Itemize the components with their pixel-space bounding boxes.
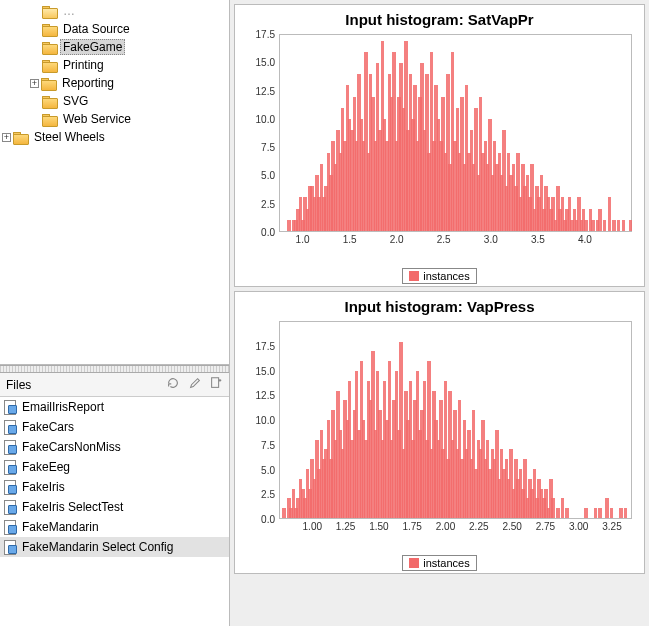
tree-item[interactable]: Web Service [0,110,229,128]
file-label: FakeCarsNonMiss [22,440,121,454]
histogram-bar [591,220,595,231]
folder-icon [41,77,56,89]
split-handle[interactable] [0,365,229,373]
histogram-chart: Input histogram: VapPress0.02.55.07.510.… [234,291,645,574]
files-list[interactable]: EmailIrisReportFakeCarsFakeCarsNonMissFa… [0,397,229,626]
y-tick-label: 5.0 [261,170,275,181]
histogram-bar [584,508,588,518]
chart-title: Input histogram: SatVapPr [239,11,640,28]
x-tick-label: 3.25 [602,521,621,532]
file-item[interactable]: FakeMandarin Select Config [0,537,229,557]
x-tick-label: 2.75 [536,521,555,532]
folder-icon [42,59,57,71]
histogram-bar [598,508,602,518]
file-label: FakeIris [22,480,65,494]
tree-item[interactable]: +Reporting [0,74,229,92]
folder-icon [42,23,57,35]
histogram-bar [603,220,607,231]
histogram-bar [551,498,555,518]
x-tick-label: 1.75 [402,521,421,532]
file-item[interactable]: FakeMandarin [0,517,229,537]
y-tick-label: 15.0 [256,365,275,376]
tree-label: Data Source [60,21,133,37]
file-label: FakeIris SelectTest [22,500,123,514]
x-tick-label: 2.5 [437,234,451,245]
tree-label: Printing [60,57,107,73]
edit-icon[interactable] [188,376,202,390]
y-tick-label: 10.0 [256,415,275,426]
report-file-icon [4,460,18,474]
tree-item[interactable]: Printing [0,56,229,74]
file-item[interactable]: FakeCarsNonMiss [0,437,229,457]
expander-icon[interactable]: + [2,133,11,142]
x-tick-label: 3.5 [531,234,545,245]
x-tick-label: 3.0 [484,234,498,245]
y-tick-label: 5.0 [261,464,275,475]
y-tick-label: 17.5 [256,340,275,351]
histogram-bar [594,508,598,518]
report-file-icon [4,500,18,514]
histogram-bar [612,220,616,231]
legend-label: instances [423,270,469,282]
file-label: EmailIrisReport [22,400,104,414]
tree-label: Steel Wheels [31,129,108,145]
folder-icon [42,113,57,125]
file-label: FakeEeg [22,460,70,474]
tree-label: FakeGame [60,39,125,55]
histogram-bar [629,220,633,231]
histogram-bar [565,508,569,518]
legend-swatch [409,271,419,281]
histogram-bar [556,508,560,518]
svg-rect-0 [212,378,219,388]
file-item[interactable]: FakeIris SelectTest [0,497,229,517]
x-tick-label: 1.5 [343,234,357,245]
tree-item[interactable]: Data Source [0,20,229,38]
folder-icon [42,95,57,107]
histogram-bar [287,220,291,231]
report-file-icon [4,540,18,554]
y-tick-label: 10.0 [256,113,275,124]
files-title: Files [6,378,31,392]
refresh-icon[interactable] [166,376,180,390]
report-file-icon [4,520,18,534]
report-file-icon [4,400,18,414]
chart-title: Input histogram: VapPress [239,298,640,315]
tree-item[interactable]: FakeGame [0,38,229,56]
y-tick-label: 12.5 [256,85,275,96]
tree-label: SVG [60,93,91,109]
histogram-bar [584,220,588,231]
file-label: FakeMandarin [22,520,99,534]
y-tick-label: 7.5 [261,439,275,450]
y-tick-label: 2.5 [261,198,275,209]
tree-item[interactable]: +Steel Wheels [0,128,229,146]
x-tick-label: 2.0 [390,234,404,245]
tree-label: Reporting [59,75,117,91]
legend: instances [402,555,476,571]
histogram-bar [622,220,626,231]
histogram-bar [619,508,623,518]
new-file-icon[interactable] [209,376,223,390]
file-item[interactable]: EmailIrisReport [0,397,229,417]
y-tick-label: 0.0 [261,514,275,525]
legend: instances [402,268,476,284]
file-item[interactable]: FakeIris [0,477,229,497]
report-file-icon [4,420,18,434]
histogram-bar [624,508,628,518]
y-tick-label: 7.5 [261,142,275,153]
folder-icon [13,131,28,143]
legend-label: instances [423,557,469,569]
x-tick-label: 2.00 [436,521,455,532]
x-tick-label: 4.0 [578,234,592,245]
file-label: FakeMandarin Select Config [22,540,173,554]
legend-swatch [409,558,419,568]
expander-icon[interactable]: + [30,79,39,88]
files-header: Files [0,373,229,397]
tree-item[interactable]: SVG [0,92,229,110]
x-tick-label: 1.0 [296,234,310,245]
file-item[interactable]: FakeCars [0,417,229,437]
file-label: FakeCars [22,420,74,434]
chart-panel: Input histogram: SatVapPr0.02.55.07.510.… [230,0,649,626]
x-tick-label: 2.50 [502,521,521,532]
folder-tree[interactable]: …Data SourceFakeGamePrinting+ReportingSV… [0,0,229,365]
file-item[interactable]: FakeEeg [0,457,229,477]
